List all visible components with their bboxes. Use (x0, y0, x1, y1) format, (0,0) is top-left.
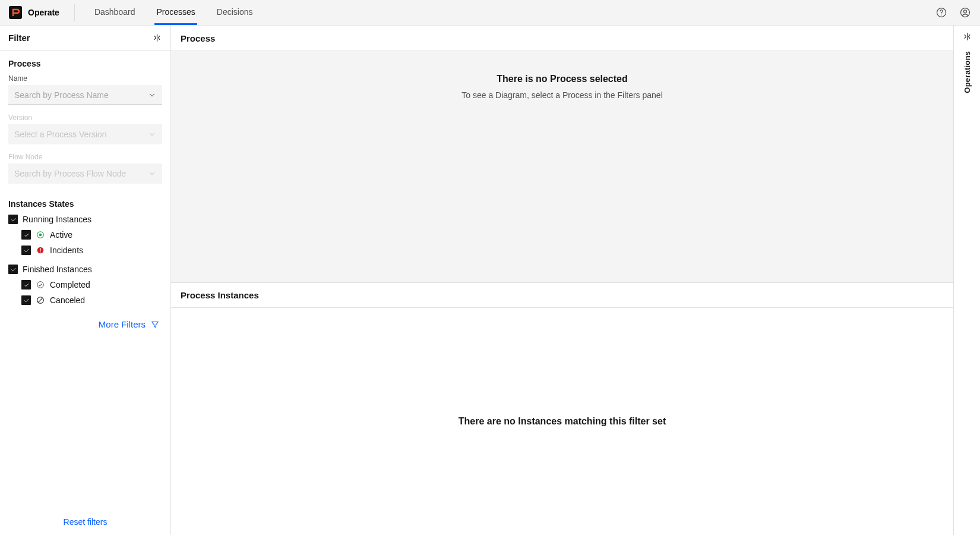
canceled-state-icon (36, 295, 45, 305)
filter-icon (150, 320, 160, 329)
user-icon[interactable] (959, 7, 971, 18)
chevron-down-icon (148, 130, 156, 139)
diagram-area: There is no Process selected To see a Di… (171, 51, 953, 282)
label-version: Version (8, 114, 162, 122)
input-process-name[interactable]: Search by Process Name (8, 85, 162, 105)
topbar: Operate Dashboard Processes Decisions (0, 0, 980, 26)
checkbox-icon (21, 246, 31, 255)
main-nav: Dashboard Processes Decisions (93, 0, 255, 25)
expand-operations-icon[interactable] (962, 32, 972, 42)
tab-processes[interactable]: Processes (154, 0, 197, 25)
label-flownode: Flow Node (8, 153, 162, 161)
app-name: Operate (28, 8, 59, 17)
checkbox-incidents[interactable]: Incidents (21, 246, 162, 255)
label-canceled: Canceled (50, 295, 85, 305)
app-logo-icon (9, 6, 22, 19)
instances-empty-message: There are no Instances matching this fil… (171, 308, 953, 535)
svg-point-2 (941, 15, 941, 15)
checkbox-canceled[interactable]: Canceled (21, 295, 162, 305)
svg-point-6 (39, 234, 42, 236)
svg-line-12 (38, 298, 42, 302)
filter-title: Filter (8, 33, 30, 43)
more-filters-button[interactable]: More Filters (8, 319, 162, 329)
checkbox-completed[interactable]: Completed (21, 280, 162, 289)
filter-body: Process Name Search by Process Name Vers… (0, 51, 170, 510)
field-version: Version Select a Process Version (8, 114, 162, 144)
body: Filter Process Name Search by Process Na… (0, 26, 980, 535)
checkbox-icon (21, 280, 31, 289)
filter-header: Filter (0, 26, 170, 51)
topbar-right (935, 7, 971, 18)
label-completed: Completed (50, 280, 90, 289)
label-finished: Finished Instances (23, 265, 92, 274)
svg-point-10 (37, 282, 44, 288)
tab-decisions[interactable]: Decisions (215, 0, 255, 25)
operations-rail: Operations (954, 26, 980, 535)
empty-process-subtitle: To see a Diagram, select a Process in th… (461, 90, 663, 100)
checkbox-icon (8, 265, 18, 274)
main-area: Process There is no Process selected To … (171, 26, 954, 535)
svg-point-9 (40, 251, 41, 253)
label-name: Name (8, 74, 162, 83)
reset-filters-button[interactable]: Reset filters (0, 510, 170, 535)
brand: Operate (9, 4, 75, 21)
field-name: Name Search by Process Name (8, 74, 162, 105)
checkbox-icon (21, 295, 31, 305)
input-process-version[interactable]: Select a Process Version (8, 124, 162, 144)
incident-state-icon (36, 246, 45, 255)
process-panel-header: Process (171, 26, 953, 51)
input-flownode[interactable]: Search by Process Flow Node (8, 163, 162, 184)
active-state-icon (36, 230, 45, 240)
svg-point-4 (964, 10, 967, 13)
checkbox-icon (8, 215, 18, 224)
label-active: Active (50, 230, 72, 240)
field-flownode: Flow Node Search by Process Flow Node (8, 153, 162, 184)
collapse-filter-icon[interactable] (152, 33, 162, 43)
instances-area: Process Instances There are no Instances… (171, 282, 953, 535)
section-process: Process (8, 59, 162, 68)
label-incidents: Incidents (50, 246, 83, 255)
checkbox-running-instances[interactable]: Running Instances (8, 215, 162, 224)
empty-process-title: There is no Process selected (497, 74, 628, 84)
chevron-down-icon (148, 169, 156, 178)
instances-states-section: Instances States Running Instances Activ… (8, 199, 162, 305)
section-instances-states: Instances States (8, 199, 162, 209)
completed-state-icon (36, 280, 45, 289)
instances-panel-header: Process Instances (171, 283, 953, 308)
filter-panel: Filter Process Name Search by Process Na… (0, 26, 171, 535)
svg-rect-8 (40, 248, 40, 251)
operations-label[interactable]: Operations (963, 51, 972, 93)
help-icon[interactable] (935, 7, 947, 18)
checkbox-active[interactable]: Active (21, 230, 162, 240)
checkbox-icon (21, 230, 31, 240)
tab-dashboard[interactable]: Dashboard (93, 0, 137, 25)
checkbox-finished-instances[interactable]: Finished Instances (8, 265, 162, 274)
chevron-down-icon (148, 91, 156, 99)
label-running: Running Instances (23, 215, 91, 224)
